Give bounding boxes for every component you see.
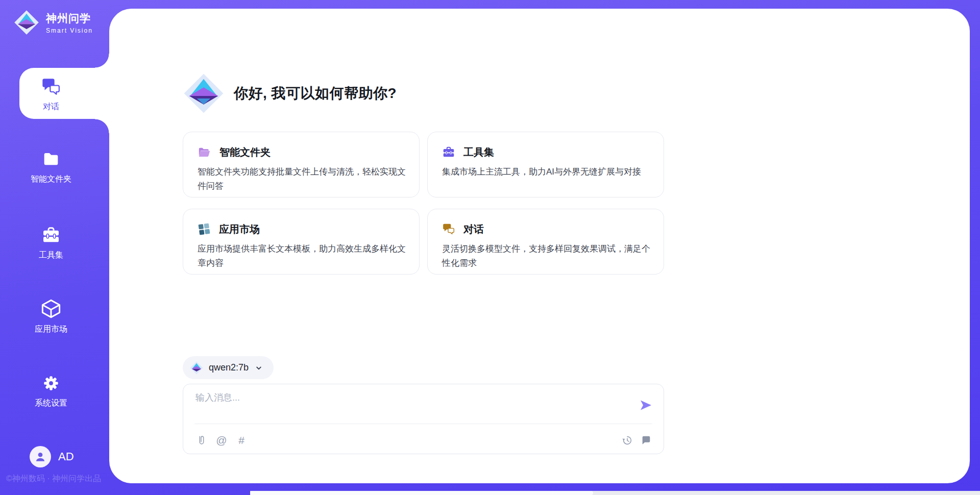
assistant-diamond-icon <box>183 73 225 114</box>
composer-divider <box>194 424 652 424</box>
sidebar-item-label: 工具集 <box>39 250 63 261</box>
card-toolset[interactable]: 工具集 集成市场上主流工具，助力AI与外界无缝扩展与对接 <box>427 132 664 197</box>
model-selector[interactable]: qwen2:7b <box>183 356 274 379</box>
toolbox-icon <box>442 145 455 159</box>
send-button[interactable] <box>638 398 653 413</box>
grid-icon <box>198 222 211 236</box>
welcome-header: 你好, 我可以如何帮助你? <box>183 73 397 114</box>
composer-toolbar: @ # <box>195 431 652 450</box>
chat-icon <box>442 222 455 236</box>
sidebar-item-label: 对话 <box>43 102 59 112</box>
card-chat[interactable]: 对话 灵活切换多模型文件，支持多样回复效果调试，满足个性化需求 <box>427 209 664 275</box>
user-account[interactable]: AD <box>30 446 74 467</box>
attachment-icon[interactable] <box>195 434 208 447</box>
sidebar-item-label: 智能文件夹 <box>31 174 71 185</box>
scrollbar-thumb[interactable] <box>250 491 593 495</box>
card-title: 工具集 <box>463 145 494 159</box>
toolbox-icon <box>41 225 61 245</box>
folder-open-icon <box>198 145 211 159</box>
card-description: 灵活切换多模型文件，支持多样回复效果调试，满足个性化需求 <box>442 242 650 270</box>
chevron-down-icon <box>254 363 263 373</box>
avatar[interactable] <box>30 446 51 467</box>
card-title: 智能文件夹 <box>219 145 271 159</box>
sidebar-item-label: 应用市场 <box>35 324 67 335</box>
cube-icon <box>40 298 62 319</box>
message-input[interactable] <box>195 391 624 421</box>
brand-text: 神州问学 Smart Vision <box>46 11 93 34</box>
chat-icon <box>41 77 61 97</box>
brand-logo: 神州问学 Smart Vision <box>13 9 93 36</box>
sidebar-item-toolset[interactable]: 工具集 <box>0 225 102 261</box>
sidebar-item-label: 系统设置 <box>35 398 67 409</box>
message-composer: @ # <box>183 384 664 454</box>
hashtag-icon[interactable]: # <box>235 434 248 447</box>
sidebar-item-chat[interactable]: 对话 <box>0 77 102 112</box>
card-description: 集成市场上主流工具，助力AI与外界无缝扩展与对接 <box>442 165 650 179</box>
copyright-text: ©神州数码 · 神州问学出品 <box>0 474 107 484</box>
brand-diamond-icon <box>13 9 40 36</box>
sidebar-item-app-market[interactable]: 应用市场 <box>0 298 102 335</box>
horizontal-scrollbar[interactable] <box>250 491 980 495</box>
message-bubble-icon[interactable] <box>640 434 652 447</box>
sidebar-item-smart-folder[interactable]: 智能文件夹 <box>0 149 102 185</box>
user-initials: AD <box>58 450 74 463</box>
brand-subtitle: Smart Vision <box>46 27 93 34</box>
tab-fillet-top <box>95 54 109 68</box>
card-title: 对话 <box>463 222 484 236</box>
mention-icon[interactable]: @ <box>215 434 228 447</box>
history-icon[interactable] <box>621 434 633 447</box>
card-smart-folder[interactable]: 智能文件夹 智能文件夹功能支持批量文件上传与清洗，轻松实现文件问答 <box>183 132 420 197</box>
folder-icon <box>41 149 61 169</box>
feature-cards: 智能文件夹 智能文件夹功能支持批量文件上传与清洗，轻松实现文件问答 工具集 集成… <box>183 132 664 275</box>
tab-fillet-bottom <box>95 119 109 133</box>
model-name: qwen2:7b <box>209 362 249 373</box>
card-app-market[interactable]: 应用市场 应用市场提供丰富长文本模板，助力高效生成多样化文章内容 <box>183 209 420 275</box>
brand-name: 神州问学 <box>46 11 93 26</box>
card-description: 智能文件夹功能支持批量文件上传与清洗，轻松实现文件问答 <box>198 165 406 193</box>
gear-icon <box>41 373 61 393</box>
card-title: 应用市场 <box>219 222 260 236</box>
sidebar: 神州问学 Smart Vision 对话 智能文件夹 <box>0 0 109 495</box>
model-diamond-icon <box>190 361 203 375</box>
sidebar-item-settings[interactable]: 系统设置 <box>0 373 102 409</box>
card-description: 应用市场提供丰富长文本模板，助力高效生成多样化文章内容 <box>198 242 406 270</box>
greeting-title: 你好, 我可以如何帮助你? <box>234 84 397 103</box>
